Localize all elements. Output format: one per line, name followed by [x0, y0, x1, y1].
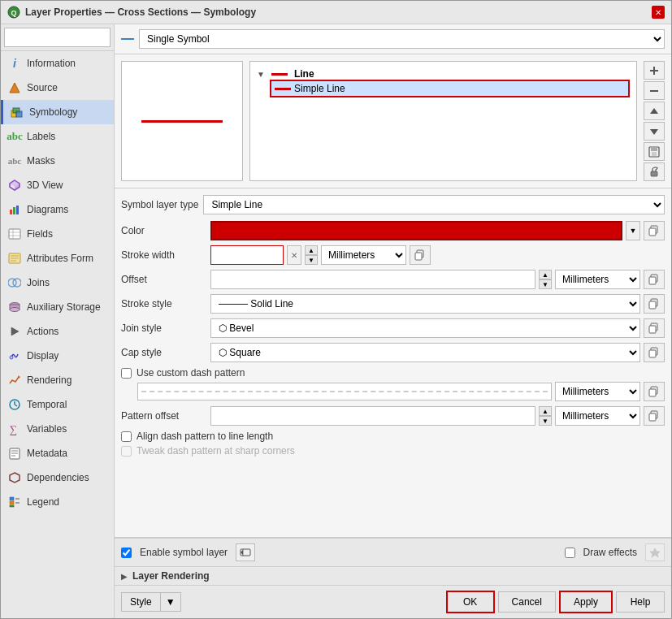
svg-rect-50 — [652, 152, 657, 156]
pattern-offset-row: Pattern offset 0.000000 ▲ ▼ Millimeters … — [121, 406, 665, 426]
tree-item-simpleline[interactable]: Simple Line — [270, 80, 630, 97]
sidebar-item-temporal[interactable]: Temporal — [1, 392, 114, 417]
offset-row: Offset 0.000000 ▲ ▼ Millimeters Pixels P… — [121, 270, 665, 289]
svg-rect-9 — [10, 210, 12, 214]
tree-parent-line: ▼ Line Simple Line — [254, 65, 633, 101]
stroke-width-copy-btn[interactable] — [410, 245, 431, 265]
add-layer-btn[interactable] — [644, 61, 665, 80]
sidebar-item-label: Joins — [27, 277, 50, 288]
svg-rect-10 — [13, 207, 15, 214]
sidebar-item-masks[interactable]: abc Masks — [1, 149, 114, 173]
offset-copy-btn[interactable] — [644, 270, 665, 289]
apply-button[interactable]: Apply — [559, 591, 613, 613]
save-btn[interactable] — [644, 142, 665, 161]
cap-style-label: Cap style — [121, 347, 210, 358]
cancel-button[interactable]: Cancel — [498, 591, 556, 613]
stroke-width-down-btn[interactable]: ▼ — [305, 255, 318, 265]
enable-symbol-layer-label: Enable symbol layer — [140, 547, 228, 558]
svg-rect-61 — [649, 326, 656, 333]
join-style-select[interactable]: ⬡ Bevel Miter Round — [210, 318, 640, 338]
pattern-offset-up-btn[interactable]: ▲ — [539, 406, 552, 416]
color-copy-btn[interactable] — [644, 221, 665, 240]
sidebar-item-source[interactable]: Source — [1, 76, 114, 100]
sidebar-item-3dview[interactable]: 3D View — [1, 173, 114, 197]
color-dropdown-btn[interactable]: ▼ — [626, 221, 640, 240]
enable-layer-row: Enable symbol layer Draw effects — [115, 538, 671, 566]
sidebar-item-actions[interactable]: Actions — [1, 319, 114, 344]
sidebar-item-rendering[interactable]: Rendering — [1, 368, 114, 392]
stroke-style-copy-btn[interactable] — [644, 294, 665, 314]
offset-up-btn[interactable]: ▲ — [539, 270, 552, 279]
ok-button[interactable]: OK — [446, 591, 495, 613]
offset-spinner: ▲ ▼ — [539, 270, 552, 289]
sidebar-item-dependencies[interactable]: Dependencies — [1, 465, 114, 490]
app-icon: Q — [7, 6, 20, 19]
cap-style-select[interactable]: ⬡ Square Flat Round — [210, 343, 640, 362]
sidebar-item-joins[interactable]: Joins — [1, 271, 114, 295]
draw-effects-checkbox[interactable] — [565, 548, 575, 558]
dash-pattern-controls: Millimeters Pixels — [137, 382, 665, 401]
close-button[interactable]: ✕ — [652, 6, 665, 19]
sidebar-item-diagrams[interactable]: Diagrams — [1, 197, 114, 222]
buttons-row: Style ▼ OK Cancel Apply Help — [115, 585, 671, 618]
join-style-copy-btn[interactable] — [644, 318, 665, 338]
stroke-width-up-btn[interactable]: ▲ — [305, 245, 318, 255]
dash-pattern-preview[interactable] — [137, 383, 552, 400]
pattern-offset-copy-btn[interactable] — [644, 406, 665, 426]
enable-layer-action-btn[interactable] — [236, 543, 255, 561]
pattern-offset-unit-select[interactable]: Millimeters Pixels Points Inches — [555, 406, 640, 426]
style-button[interactable]: Style — [121, 592, 160, 612]
sidebar-item-information[interactable]: i Information — [1, 51, 114, 76]
cap-style-copy-btn[interactable] — [644, 343, 665, 362]
bottom-bar: Enable symbol layer Draw effects — [115, 537, 671, 618]
stroke-style-select[interactable]: ——— Solid Line - - - Dash . . . Dot Dash… — [210, 294, 640, 314]
stroke-width-unit-select[interactable]: Millimeters Pixels Points Inches — [321, 245, 406, 265]
renderer-select[interactable]: Single Symbol Categorized Graduated Rule… — [139, 29, 665, 49]
sidebar-item-fields[interactable]: Fields — [1, 222, 114, 246]
lock-btn[interactable] — [644, 162, 665, 181]
offset-input[interactable]: 0.000000 — [210, 270, 535, 289]
sidebar-item-attributesform[interactable]: Attributes Form — [1, 246, 114, 271]
pattern-offset-down-btn[interactable]: ▼ — [539, 416, 552, 426]
stroke-width-row: Stroke width 1.000000 ✕ ▲ ▼ Millimeters … — [121, 245, 665, 265]
sidebar-item-symbology[interactable]: Symbology — [1, 100, 114, 124]
dash-pattern-line — [141, 391, 548, 392]
dash-unit-select[interactable]: Millimeters Pixels — [555, 382, 640, 401]
sidebar-item-variables[interactable]: ∑ Variables — [1, 417, 114, 441]
sidebar-item-label: Display — [27, 350, 59, 361]
svg-rect-55 — [415, 253, 422, 260]
offset-down-btn[interactable]: ▼ — [539, 279, 552, 289]
pattern-offset-input[interactable]: 0.000000 — [210, 406, 535, 426]
search-input[interactable] — [4, 28, 111, 47]
sidebar-item-auxiliarystorage[interactable]: Auxiliary Storage — [1, 295, 114, 319]
svg-rect-53 — [649, 228, 656, 236]
align-dash-checkbox[interactable] — [121, 431, 132, 442]
custom-dash-label: Use custom dash pattern — [137, 367, 245, 379]
sidebar-item-metadata[interactable]: Metadata — [1, 441, 114, 465]
custom-dash-checkbox[interactable] — [121, 368, 132, 379]
tree-expand-arrow: ▼ — [257, 70, 265, 79]
help-button[interactable]: Help — [616, 591, 665, 613]
symbol-type-select[interactable]: Simple Line Arrow Hashed Line Marker Lin… — [203, 195, 665, 214]
diagrams-icon — [7, 202, 22, 217]
remove-layer-btn[interactable] — [644, 81, 665, 100]
dash-copy-btn[interactable] — [644, 382, 665, 401]
color-swatch[interactable] — [210, 221, 622, 240]
move-down-btn[interactable] — [644, 122, 665, 141]
draw-effects-action-btn[interactable] — [645, 543, 665, 561]
sidebar-item-labels[interactable]: abc Labels — [1, 124, 114, 149]
sidebar-item-label: Legend — [27, 496, 59, 508]
sidebar-item-legend[interactable]: Legend — [1, 490, 114, 514]
style-dropdown-btn[interactable]: ▼ — [160, 592, 181, 612]
auxiliarystorage-icon — [7, 300, 22, 314]
stroke-width-input[interactable]: 1.000000 — [210, 245, 284, 265]
align-dash-row: Align dash pattern to line length — [121, 431, 665, 442]
joins-icon — [7, 275, 22, 290]
sidebar-item-label: Rendering — [27, 374, 72, 386]
offset-unit-select[interactable]: Millimeters Pixels Points Inches — [555, 270, 640, 289]
sidebar-item-display[interactable]: Display — [1, 344, 114, 368]
tweak-dash-checkbox[interactable] — [121, 446, 132, 457]
stroke-width-clear-btn[interactable]: ✕ — [287, 245, 301, 265]
move-up-btn[interactable] — [644, 102, 665, 120]
enable-symbol-layer-checkbox[interactable] — [121, 548, 132, 558]
